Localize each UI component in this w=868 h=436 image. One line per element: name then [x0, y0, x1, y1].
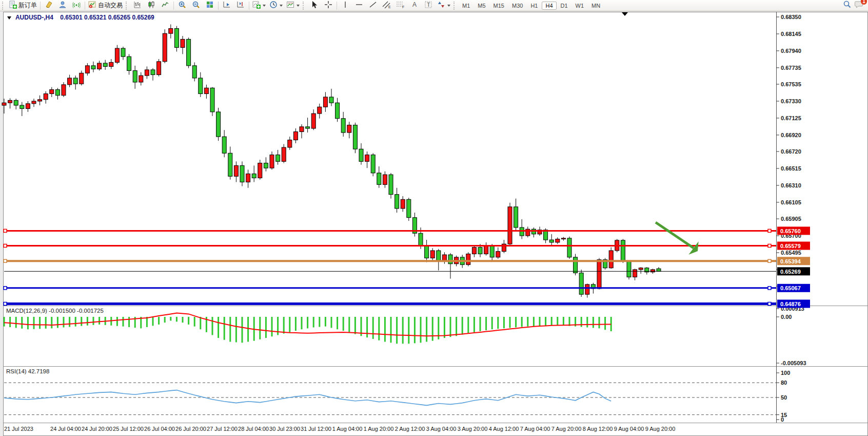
candle[interactable] [157, 62, 161, 75]
toolbar-grip[interactable] [303, 2, 306, 10]
candle[interactable] [50, 89, 54, 93]
equidistant-channel-button[interactable]: E [380, 1, 393, 10]
candle[interactable] [639, 268, 643, 270]
candle[interactable] [395, 195, 399, 208]
candle[interactable] [32, 101, 36, 104]
fibonacci-button[interactable]: F [394, 1, 407, 10]
candle[interactable] [38, 100, 42, 101]
line-handle[interactable] [768, 302, 771, 306]
candle[interactable] [8, 100, 12, 103]
bar-chart-button[interactable] [131, 1, 144, 10]
candle[interactable] [609, 251, 613, 268]
candle[interactable] [293, 131, 298, 140]
candle[interactable] [650, 270, 655, 272]
candle[interactable] [597, 260, 601, 289]
candle[interactable] [341, 119, 345, 132]
candle[interactable] [103, 63, 107, 66]
candle[interactable] [2, 103, 6, 105]
candle[interactable] [407, 199, 411, 217]
candle[interactable] [377, 173, 381, 185]
candle[interactable] [85, 66, 89, 73]
auto-scroll-button[interactable] [220, 1, 233, 10]
toolbar-grip[interactable] [2, 2, 6, 10]
candle[interactable] [567, 238, 571, 257]
candle[interactable] [26, 104, 30, 109]
candle[interactable] [276, 155, 280, 161]
rsi-line[interactable] [4, 390, 611, 406]
timeframe-button-h4[interactable]: H4 [542, 2, 556, 10]
candle[interactable] [556, 239, 560, 242]
candle[interactable] [20, 105, 24, 108]
candle[interactable] [466, 254, 470, 264]
candle[interactable] [574, 257, 578, 273]
candle[interactable] [14, 100, 18, 105]
candle[interactable] [520, 228, 524, 236]
candle[interactable] [163, 33, 167, 62]
candle[interactable] [561, 238, 565, 239]
candle[interactable] [133, 71, 137, 83]
candle[interactable] [353, 125, 357, 149]
candle[interactable] [430, 251, 435, 258]
new-order-button[interactable]: 新订单 [7, 1, 38, 10]
candle[interactable] [55, 89, 60, 95]
candle[interactable] [187, 39, 191, 65]
timeframe-button-m30[interactable]: M30 [508, 2, 526, 10]
line-handle[interactable] [768, 244, 771, 247]
candle[interactable] [109, 62, 113, 66]
line-handle[interactable] [4, 259, 7, 262]
candle[interactable] [514, 207, 518, 228]
candle[interactable] [442, 255, 446, 260]
candle[interactable] [288, 140, 292, 147]
candle[interactable] [139, 75, 143, 82]
candle[interactable] [151, 70, 155, 75]
toolbar-grip[interactable] [126, 2, 129, 10]
collapse-triangle-icon[interactable] [7, 16, 11, 20]
crosshair-button[interactable] [322, 1, 335, 10]
candle[interactable] [401, 199, 405, 208]
candle[interactable] [121, 48, 125, 56]
candle[interactable] [478, 248, 482, 254]
candle[interactable] [300, 127, 304, 132]
chart-shift-button[interactable] [234, 1, 247, 10]
candle[interactable] [181, 39, 185, 47]
candle[interactable] [62, 85, 66, 96]
candle[interactable] [234, 165, 238, 176]
candle[interactable] [174, 29, 179, 48]
candlestick-chart-button[interactable] [145, 1, 158, 10]
candle[interactable] [97, 63, 102, 69]
candle[interactable] [228, 153, 232, 176]
candle[interactable] [627, 261, 631, 277]
candle[interactable] [621, 240, 625, 261]
candle[interactable] [246, 174, 250, 182]
candle[interactable] [365, 155, 369, 161]
signals-button[interactable] [70, 1, 83, 10]
timeframe-button-m5[interactable]: M5 [474, 2, 489, 10]
candle[interactable] [508, 207, 512, 244]
vertical-line-button[interactable] [339, 1, 352, 10]
candle[interactable] [371, 155, 375, 173]
chat-icon[interactable]: 1 [855, 0, 864, 11]
chart-plot-area[interactable]: 0.683500.681450.679400.677350.675350.673… [0, 0, 868, 436]
candle[interactable] [73, 78, 77, 84]
autotrading-button[interactable]: 自动交易 [87, 1, 124, 10]
arrows-button[interactable] [436, 1, 452, 10]
timeframe-button-d1[interactable]: D1 [557, 2, 571, 10]
candle[interactable] [68, 78, 72, 85]
styler-button[interactable] [42, 1, 55, 10]
candle[interactable] [347, 125, 351, 132]
candle[interactable] [311, 113, 315, 128]
candle[interactable] [579, 273, 583, 294]
candle[interactable] [383, 175, 387, 184]
line-handle[interactable] [4, 302, 7, 306]
candle[interactable] [323, 97, 327, 107]
search-icon[interactable] [843, 0, 852, 11]
text-button[interactable]: A [408, 1, 421, 10]
line-handle[interactable] [4, 287, 7, 290]
candle[interactable] [199, 78, 203, 94]
candle[interactable] [448, 255, 452, 264]
candle[interactable] [145, 70, 149, 75]
line-handle[interactable] [4, 244, 7, 247]
candle[interactable] [240, 165, 244, 182]
trendline-button[interactable] [366, 1, 380, 10]
zoom-in-button[interactable] [175, 1, 189, 10]
